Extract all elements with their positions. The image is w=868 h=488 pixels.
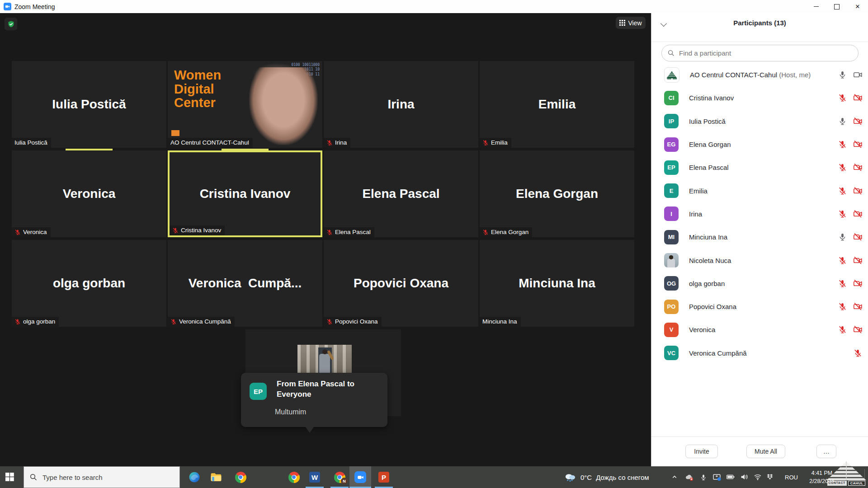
participants-list: AO Centrul CONTACT-Cahul (Host, me)CICri…	[651, 63, 868, 365]
view-button[interactable]: View	[616, 17, 646, 29]
participant-row[interactable]: EPElena Pascal	[651, 156, 868, 179]
camera-off-icon	[853, 256, 863, 265]
mic-muted-icon	[170, 319, 177, 325]
taskbar-search-input[interactable]	[42, 473, 179, 482]
watermark-text: CONTACT	[827, 481, 847, 486]
language-indicator[interactable]: ROU	[785, 474, 798, 481]
taskbar-app-chrome-n[interactable]: N	[329, 466, 350, 488]
tile-display-name: Irina	[324, 61, 478, 148]
participant-row[interactable]: VCVeronica Cumpănă	[651, 342, 868, 365]
video-tile[interactable]: Popovici OxanaPopovici Oxana	[324, 240, 478, 327]
minimize-button[interactable]	[806, 0, 826, 13]
speaker-icon[interactable]	[741, 474, 748, 482]
initials-avatar: E	[664, 183, 679, 198]
video-tile[interactable]: VeronicaVeronica	[12, 150, 166, 237]
participant-name: Popovici Oxana	[689, 303, 736, 310]
participant-name: Elena Gorgan	[689, 141, 731, 148]
participant-row[interactable]: OGolga gorban	[651, 272, 868, 295]
taskbar-app-zoom[interactable]	[349, 466, 371, 488]
camera-off-icon	[853, 117, 863, 126]
start-button[interactable]	[5, 473, 14, 483]
tile-name-label: AO Centrul CONTACT-Cahul	[168, 138, 253, 148]
video-tile[interactable]: Cristina IvanovCristina Ivanov	[168, 150, 322, 237]
security-shield-icon[interactable]	[5, 18, 17, 30]
video-tile[interactable]: Elena PascalElena Pascal	[324, 150, 478, 237]
search-input[interactable]	[678, 49, 858, 57]
search-icon	[668, 50, 675, 56]
mic-muted-icon	[837, 256, 847, 265]
participant-row[interactable]: MIMinciuna Ina	[651, 225, 868, 249]
participant-row[interactable]: CICristina Ivanov	[651, 86, 868, 109]
mute-all-button[interactable]: Mute All	[746, 445, 785, 458]
mic-muted-icon	[172, 227, 179, 234]
participant-row[interactable]: Nicoleta Nuca	[651, 249, 868, 272]
participant-name: Cristina Ivanov	[689, 94, 734, 102]
grid-view-icon	[619, 20, 625, 26]
close-button[interactable]: ✕	[847, 0, 868, 13]
taskbar-app-edge[interactable]	[184, 466, 205, 488]
participants-panel: Participants (13) AO Centrul CONTACT-Cah…	[651, 13, 868, 466]
video-tile[interactable]: Iulia PosticăIulia Postică	[12, 61, 166, 148]
onedrive-icon[interactable]	[685, 474, 694, 483]
video-tile[interactable]: olga gorbanolga gorban	[12, 240, 166, 327]
tile-display-name: Cristina Ivanov	[170, 152, 321, 235]
search-icon	[30, 474, 37, 481]
participant-name: Elena Pascal	[689, 164, 729, 171]
tile-display-name: Iulia Postică	[12, 61, 166, 148]
video-tile[interactable]: Elena GorganElena Gorgan	[480, 150, 634, 237]
taskbar-search[interactable]	[24, 466, 180, 488]
participant-row[interactable]: POPopovici Oxana	[651, 295, 868, 318]
photo-avatar	[664, 253, 679, 267]
camera-off-icon	[853, 186, 863, 195]
mic-muted-icon	[837, 279, 847, 288]
video-tile[interactable]: Minciuna InaMinciuna Ina	[480, 240, 634, 327]
mic-on-icon	[837, 117, 847, 126]
camera-off-icon	[853, 302, 863, 311]
avatar: EP	[250, 383, 267, 400]
weather-temp: 0°C	[580, 474, 592, 481]
popup-pointer	[306, 427, 314, 433]
taskbar-app-explorer[interactable]	[205, 466, 227, 488]
find-participant-search[interactable]	[661, 45, 859, 61]
weather-widget[interactable]: 0°C Дождь со снегом	[564, 466, 649, 488]
windows-taskbar: WNP 0°C Дождь со снегом ROU 4:41 PM 2/28…	[0, 466, 868, 488]
invite-button[interactable]: Invite	[685, 445, 718, 458]
initials-avatar: CI	[664, 91, 679, 105]
participant-row[interactable]: IPIulia Postică	[651, 110, 868, 133]
participant-row[interactable]: EEmilia	[651, 179, 868, 202]
taskbar-app-chrome[interactable]	[230, 466, 251, 488]
camera-off-icon	[853, 233, 863, 242]
video-tile[interactable]: Veronica Cumpă...Veronica Cumpănă	[168, 240, 322, 327]
chevron-up-icon[interactable]	[671, 474, 678, 482]
taskbar-app-chrome[interactable]	[283, 466, 305, 488]
taskbar-app-powerpoint[interactable]: P	[373, 466, 395, 488]
participant-row[interactable]: IIrina	[651, 202, 868, 225]
more-options-button[interactable]: …	[816, 445, 836, 458]
microphone-icon[interactable]	[700, 474, 707, 483]
maximize-button[interactable]	[826, 0, 847, 13]
display-icon[interactable]	[713, 474, 722, 483]
taskbar-app-word[interactable]: W	[304, 466, 326, 488]
participant-row[interactable]: AO Centrul CONTACT-Cahul (Host, me)	[651, 63, 868, 86]
mic-muted-icon	[837, 325, 847, 334]
initials-avatar: I	[664, 206, 679, 221]
mic-muted-icon	[326, 140, 333, 146]
camera-off-icon	[853, 325, 863, 334]
initials-avatar: OG	[664, 276, 679, 291]
battery-icon[interactable]	[726, 474, 735, 482]
zoom-meeting-window: Zoom Meeting ✕ View Iulia PosticăIulia P…	[0, 0, 868, 488]
zoom-app-icon	[4, 3, 11, 10]
chat-popup-message: Multumim	[275, 408, 306, 416]
video-tile[interactable]: WomenDigitalCenter0100 1001100000110 101…	[168, 61, 322, 148]
dropbox-icon[interactable]	[766, 474, 774, 482]
initials-avatar: EP	[664, 160, 679, 175]
video-tile[interactable]: IrinaIrina	[324, 61, 478, 148]
wifi-icon[interactable]	[754, 474, 762, 482]
tile-display-name: Elena Gorgan	[480, 150, 634, 237]
participant-row[interactable]: EGElena Gorgan	[651, 133, 868, 156]
initials-avatar: IP	[664, 114, 679, 128]
chat-notification-popup[interactable]: EP From Elena Pascal to Everyone Multumi…	[241, 373, 387, 427]
video-tile[interactable]: EmiliaEmilia	[480, 61, 634, 148]
mic-muted-icon	[853, 348, 863, 357]
participant-row[interactable]: VVeronica	[651, 318, 868, 341]
